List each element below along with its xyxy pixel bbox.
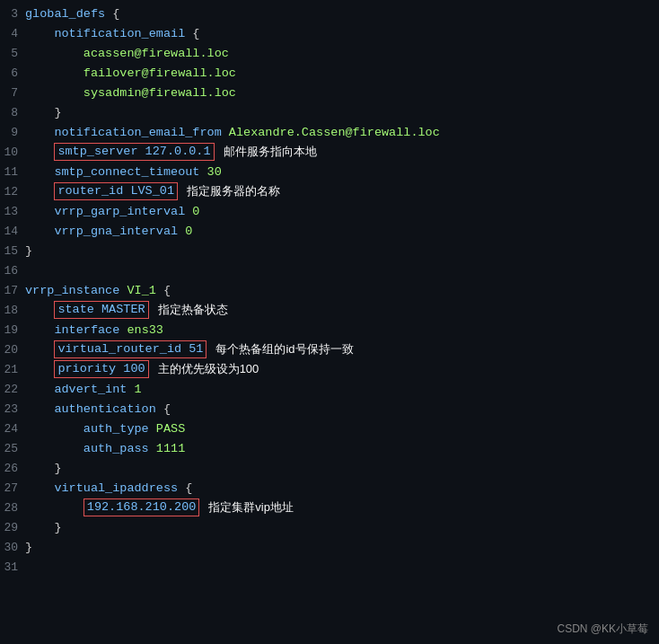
plain-text [119, 323, 127, 337]
value: failover@firewall.loc [83, 66, 236, 80]
line-number: 15 [0, 244, 25, 258]
line-number: 11 [0, 165, 25, 179]
line-content: advert_int 1 [25, 383, 659, 396]
line-number: 27 [0, 481, 25, 495]
plain-text: } [54, 521, 61, 534]
line-number: 21 [0, 363, 25, 376]
line-content: smtp_server 127.0.0.1邮件服务指向本地 [25, 143, 659, 161]
line-content: virtual_router_id 51每个热备组的id号保持一致 [25, 340, 659, 358]
line-content: state MASTER指定热备状态 [25, 301, 659, 319]
highlighted-code: router_id LVS_01 [54, 182, 178, 200]
line-number: 28 [0, 501, 25, 515]
value: VI_1 [127, 284, 155, 297]
line-content: vrrp_instance VI_1 { [25, 284, 659, 297]
plain-text: } [54, 106, 61, 119]
keyword: virtual_ipaddress [54, 481, 178, 495]
code-line: 30} [0, 537, 659, 557]
line-number: 20 [0, 343, 25, 357]
code-line: 31 [0, 557, 659, 577]
line-content: } [25, 521, 659, 534]
line-number: 18 [0, 304, 25, 317]
line-number: 24 [0, 422, 25, 436]
line-content: interface ens33 [25, 323, 659, 337]
line-number: 13 [0, 205, 25, 218]
code-line: 13 vrrp_garp_interval 0 [0, 201, 659, 221]
code-line: 25 auth_pass 1111 [0, 438, 659, 458]
value: 1111 [156, 442, 185, 455]
line-content: priority 100主的优先级设为100 [25, 360, 659, 378]
line-content: auth_pass 1111 [25, 442, 659, 455]
code-line: 8 } [0, 102, 659, 122]
code-line: 7 sysadmin@firewall.loc [0, 83, 659, 102]
code-line: 29 } [0, 517, 659, 537]
keyword: auth_pass [83, 442, 149, 455]
code-line: 3global_defs { [0, 4, 659, 23]
value: 1 [135, 383, 142, 396]
code-line: 12 router_id LVS_01指定服务器的名称 [0, 181, 659, 201]
line-content: } [25, 541, 659, 554]
line-number: 16 [0, 264, 25, 278]
highlighted-code: virtual_router_id 51 [54, 340, 206, 358]
code-line: 20 virtual_router_id 51每个热备组的id号保持一致 [0, 340, 659, 359]
line-number: 26 [0, 462, 25, 475]
code-line: 27 virtual_ipaddress { [0, 478, 659, 498]
code-line: 10 smtp_server 127.0.0.1邮件服务指向本地 [0, 142, 659, 162]
line-content: authentication { [25, 402, 659, 416]
line-number: 8 [0, 106, 25, 119]
plain-text [185, 205, 192, 218]
line-content: vrrp_garp_interval 0 [25, 205, 659, 218]
code-line: 28 192.168.210.200指定集群vip地址 [0, 498, 659, 517]
value: ens33 [127, 323, 163, 337]
line-content: 192.168.210.200指定集群vip地址 [25, 498, 659, 516]
line-number: 3 [0, 7, 25, 21]
code-line: 5 acassen@firewall.loc [0, 43, 659, 63]
line-content: virtual_ipaddress { [25, 481, 659, 495]
highlighted-code: smtp_server 127.0.0.1 [54, 143, 214, 161]
comment-annotation: 指定服务器的名称 [187, 183, 280, 199]
line-content: } [25, 462, 659, 475]
code-line: 21 priority 100主的优先级设为100 [0, 359, 659, 379]
value: sysadmin@firewall.loc [83, 86, 236, 100]
keyword: smtp_connect_timeout [54, 165, 199, 179]
code-editor: 3global_defs {4 notification_email {5 ac… [0, 0, 659, 644]
plain-text: { [105, 7, 119, 21]
highlighted-code: priority 100 [54, 360, 148, 378]
line-content: } [25, 106, 659, 119]
line-number: 14 [0, 225, 25, 238]
keyword: notification_email [54, 27, 185, 40]
code-line: 11 smtp_connect_timeout 30 [0, 162, 659, 181]
line-content: sysadmin@firewall.loc [25, 86, 659, 100]
code-line: 14 vrrp_gna_interval 0 [0, 221, 659, 241]
code-line: 19 interface ens33 [0, 320, 659, 340]
line-number: 9 [0, 126, 25, 139]
line-number: 31 [0, 560, 25, 574]
plain-text [199, 165, 206, 179]
value: 0 [185, 225, 192, 238]
keyword: vrrp_gna_interval [54, 225, 178, 238]
keyword: vrrp_instance [25, 284, 119, 297]
code-line: 16 [0, 260, 659, 280]
watermark: CSDN @KK小草莓 [557, 622, 648, 637]
line-number: 23 [0, 402, 25, 416]
comment-annotation: 邮件服务指向本地 [224, 144, 317, 160]
line-content: failover@firewall.loc [25, 66, 659, 80]
line-number: 10 [0, 146, 25, 159]
code-line: 17vrrp_instance VI_1 { [0, 280, 659, 300]
line-number: 4 [0, 27, 25, 40]
line-number: 12 [0, 185, 25, 198]
keyword: advert_int [54, 383, 127, 396]
code-line: 26 } [0, 458, 659, 478]
line-number: 25 [0, 442, 25, 455]
code-line: 4 notification_email { [0, 23, 659, 43]
keyword: global_defs [25, 7, 105, 21]
plain-text [149, 422, 156, 436]
keyword: auth_type [83, 422, 149, 436]
line-content: auth_type PASS [25, 422, 659, 436]
plain-text: } [25, 244, 32, 258]
highlighted-code: 192.168.210.200 [83, 498, 200, 516]
plain-text [119, 284, 127, 297]
line-content: notification_email_from Alexandre.Cassen… [25, 126, 659, 139]
code-line: 15} [0, 241, 659, 260]
value: Alexandre.Cassen@firewall.loc [229, 126, 440, 139]
value: PASS [156, 422, 185, 436]
